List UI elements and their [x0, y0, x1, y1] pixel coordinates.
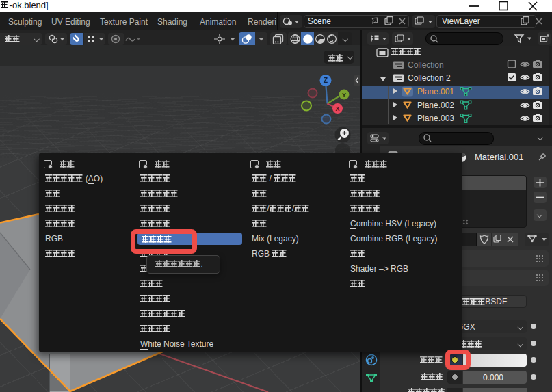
- svg-text:Y: Y: [342, 92, 346, 99]
- svg-text:X: X: [335, 105, 339, 112]
- svg-text:Z: Z: [324, 77, 328, 84]
